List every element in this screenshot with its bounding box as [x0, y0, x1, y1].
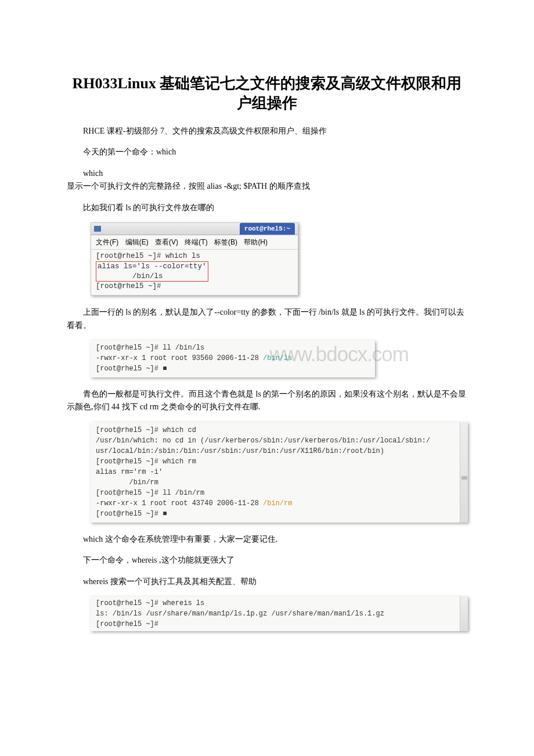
scrollbar-track[interactable] [460, 596, 468, 631]
paragraph-whereis-desc: whereis 搜索一个可执行工具及其相关配置、帮助 [67, 575, 467, 588]
term-line: [root@rhel5 ~]# which ls [96, 251, 293, 262]
term-line: [root@rhel5 ~]# ll /bin/ls [96, 343, 370, 353]
paragraph-which-example: 比如我们看 ls 的可执行文件放在哪的 [67, 201, 467, 214]
scrollbar-track[interactable] [460, 422, 468, 523]
term-line: [root@rhel5 ~]# whereis ls [96, 598, 460, 609]
page-title: RH033Linux 基础笔记七之文件的搜索及高级文件权限和用户组操作 [67, 74, 467, 113]
term-line: [root@rhel5 ~]# ■ [96, 363, 370, 374]
paragraph-which-def: which 显示一个可执行文件的完整路径，按照 alias -&gt; $PAT… [67, 167, 467, 193]
paragraph-which-important: which 这个命令在系统管理中有重要，大家一定要记住. [67, 533, 467, 546]
highlighted-path: /bin/ls [263, 354, 292, 362]
scrollbar-mark-icon [461, 476, 467, 480]
term-line: alias rm='rm -i' [96, 467, 460, 477]
terminal-output-which-cd-rm: [root@rhel5 ~]# which cd /usr/bin/which:… [91, 422, 468, 523]
term-line: [root@rhel5 ~]# [96, 619, 460, 629]
menu-tab[interactable]: 标签(B) [214, 238, 237, 246]
term-line: /usr/bin/which: no cd in (/usr/kerberos/… [96, 435, 460, 446]
paragraph-cyan-explain: 青色的一般都是可执行文件。而且这个青色就是 ls 的第一个别名的原因，如果没有这… [67, 388, 467, 414]
terminal-window-which-ls: root@rhel5:~ 文件(F) 编辑(E) 查看(V) 终端(T) 标签(… [91, 222, 298, 296]
paragraph-whereis-intro: 下一个命令，whereis ,这个功能就更强大了 [67, 554, 467, 567]
which-name: which [67, 169, 103, 178]
term-line: [root@rhel5 ~]# which cd [96, 425, 460, 435]
term-line: [root@rhel5 ~]# which rm [96, 456, 460, 467]
menu-view[interactable]: 查看(V) [155, 238, 178, 246]
highlighted-path: /bin/rm [263, 499, 292, 507]
menu-help[interactable]: 帮助(H) [244, 238, 268, 246]
terminal-output-ll-bin-ls: www.bdocx.com [root@rhel5 ~]# ll /bin/ls… [91, 340, 375, 377]
term-line: ls: /bin/ls /usr/share/man/man1p/ls.1p.g… [96, 609, 460, 619]
window-titlebar: root@rhel5:~ [91, 223, 298, 235]
which-desc: 显示一个可执行文件的完整路径，按照 alias -&gt; $PATH 的顺序查… [67, 182, 310, 190]
term-line: -rwxr-xr-x 1 root root 93560 2006-11-28 … [96, 353, 370, 363]
menu-terminal[interactable]: 终端(T) [185, 238, 207, 246]
window-menubar: 文件(F) 编辑(E) 查看(V) 终端(T) 标签(B) 帮助(H) [91, 235, 298, 250]
document-page: RH033Linux 基础笔记七之文件的搜索及高级文件权限和用户组操作 RHCE… [0, 0, 534, 756]
window-sysmenu-icon [94, 226, 101, 232]
term-line: alias ls='ls --color=tty' [98, 262, 207, 271]
term-line: usr/local/bin:/sbin:/bin:/usr/sbin:/usr/… [96, 446, 460, 456]
terminal-output: [root@rhel5 ~]# which ls alias ls='ls --… [91, 250, 298, 295]
term-line: [root@rhel5 ~]# ll /bin/rm [96, 488, 460, 498]
term-line: /bin/rm [96, 477, 460, 488]
menu-file[interactable]: 文件(F) [96, 238, 118, 246]
paragraph-alias-explain: 上面一行的 ls 的别名，默认是加入了--color=tty 的参数，下面一行 … [67, 306, 467, 332]
highlighted-alias-box: alias ls='ls --color=tty' /bin/ls [96, 261, 208, 282]
term-line: [root@rhel5 ~]# [96, 281, 293, 292]
term-line: -rwxr-xr-x 1 root root 43740 2006-11-28 … [96, 498, 460, 509]
terminal-output-whereis-ls: [root@rhel5 ~]# whereis ls ls: /bin/ls /… [91, 596, 468, 631]
term-line: [root@rhel5 ~]# ■ [96, 509, 460, 519]
term-line: /bin/ls [98, 272, 163, 280]
paragraph-which-intro: 今天的第一个命令：which [67, 146, 467, 159]
window-title-text: root@rhel5:~ [240, 223, 295, 235]
menu-edit[interactable]: 编辑(E) [125, 238, 149, 246]
paragraph-intro: RHCE 课程-初级部分 7、文件的搜索及高级文件权限和用户、组操作 [67, 125, 467, 138]
